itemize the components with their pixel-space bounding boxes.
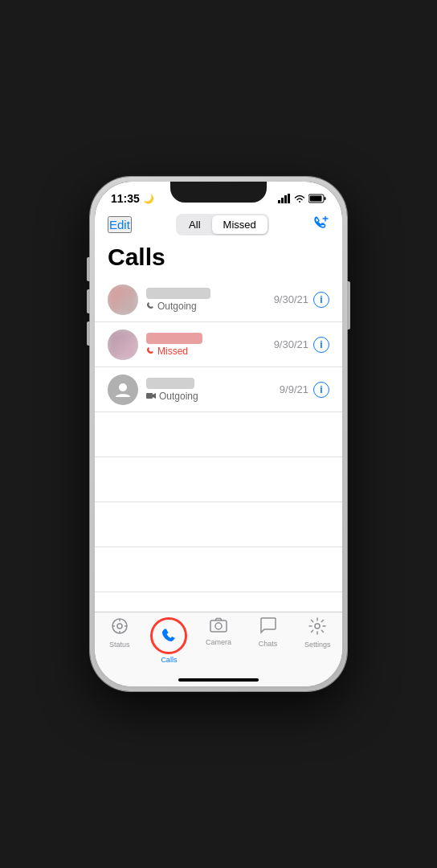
phone-frame: 11:35 🌙 — [90, 177, 347, 691]
mute-switch[interactable] — [87, 321, 90, 346]
info-button[interactable]: i — [313, 382, 329, 398]
tab-camera-label: Camera — [206, 638, 231, 646]
tab-status-label: Status — [109, 641, 130, 649]
call-info: Outgoing — [146, 288, 274, 312]
camera-svg-icon — [210, 617, 227, 633]
tab-chats[interactable]: Chats — [243, 617, 293, 664]
call-meta: 9/30/21 i — [274, 337, 329, 353]
calls-active-indicator — [150, 617, 187, 654]
phone-icon — [146, 301, 155, 310]
svg-rect-2 — [284, 195, 287, 203]
name-redacted — [146, 333, 202, 344]
battery-icon — [308, 194, 326, 203]
status-icon — [111, 617, 129, 639]
empty-row — [95, 457, 342, 502]
status-icons — [278, 194, 326, 203]
notch — [170, 182, 267, 203]
tab-settings[interactable]: Settings — [292, 617, 342, 664]
settings-icon — [308, 617, 326, 639]
volume-up-button[interactable] — [87, 257, 90, 281]
avatar — [108, 375, 138, 405]
call-type: Outgoing — [146, 391, 280, 402]
info-button[interactable]: i — [313, 292, 329, 308]
svg-point-16 — [215, 623, 222, 629]
volume-down-button[interactable] — [87, 289, 90, 313]
info-button[interactable]: i — [313, 337, 329, 353]
tab-calls[interactable]: Calls — [145, 617, 194, 664]
signal-icon — [278, 194, 291, 203]
svg-rect-0 — [278, 200, 280, 203]
svg-rect-6 — [310, 196, 322, 202]
empty-row — [95, 547, 342, 592]
call-item[interactable]: Outgoing 9/30/21 i — [95, 277, 342, 322]
chats-svg-icon — [259, 617, 277, 634]
empty-row — [95, 502, 342, 547]
add-call-button[interactable] — [313, 216, 329, 234]
page-title: Calls — [95, 240, 342, 277]
svg-point-7 — [119, 383, 127, 391]
call-name — [146, 333, 274, 344]
screen: 11:35 🌙 — [95, 182, 342, 686]
call-item[interactable]: Missed 9/30/21 i — [95, 322, 342, 367]
name-redacted — [146, 378, 194, 389]
svg-rect-3 — [288, 194, 290, 203]
svg-rect-5 — [325, 197, 326, 200]
edit-button[interactable]: Edit — [108, 216, 132, 233]
svg-rect-1 — [281, 198, 284, 203]
avatar — [108, 285, 138, 315]
call-meta: 9/30/21 i — [274, 292, 329, 308]
nav-bar: Edit All Missed — [95, 211, 342, 240]
segment-all[interactable]: All — [178, 215, 211, 234]
tab-calls-label: Calls — [161, 656, 177, 664]
avatar-image — [108, 330, 138, 360]
svg-point-17 — [315, 624, 320, 628]
phone-missed-icon — [146, 346, 155, 355]
chats-icon — [259, 617, 277, 638]
call-info: Missed — [146, 333, 274, 357]
add-call-icon — [313, 216, 329, 231]
segment-control: All Missed — [176, 214, 269, 235]
call-date: 9/9/21 — [280, 383, 308, 395]
call-date: 9/30/21 — [274, 293, 308, 305]
svg-rect-15 — [210, 620, 227, 632]
empty-row — [95, 412, 342, 457]
tab-bar: Status Calls — [95, 612, 342, 677]
call-list: Outgoing 9/30/21 i — [95, 277, 342, 612]
tab-settings-label: Settings — [304, 641, 331, 649]
segment-missed[interactable]: Missed — [212, 215, 268, 234]
wifi-icon — [294, 194, 305, 203]
call-meta: 9/9/21 i — [280, 382, 329, 398]
call-type: Missed — [146, 346, 274, 357]
calls-icon — [160, 627, 178, 645]
tab-camera[interactable]: Camera — [194, 617, 243, 664]
moon-icon: 🌙 — [143, 194, 154, 204]
status-svg-icon — [111, 617, 129, 635]
tab-status[interactable]: Status — [95, 617, 145, 664]
avatar-image — [108, 285, 138, 315]
video-icon — [146, 391, 157, 400]
call-item[interactable]: Outgoing 9/9/21 i — [95, 367, 342, 412]
person-icon — [114, 381, 132, 399]
call-date: 9/30/21 — [274, 338, 308, 350]
home-indicator-container — [95, 677, 342, 686]
name-redacted — [146, 288, 210, 299]
home-indicator — [178, 678, 259, 682]
call-type: Outgoing — [146, 301, 274, 312]
call-name — [146, 288, 274, 299]
svg-point-10 — [117, 624, 122, 628]
avatar-placeholder — [108, 375, 138, 405]
phone-inner: 11:35 🌙 — [95, 182, 342, 686]
power-button[interactable] — [347, 281, 350, 330]
tab-chats-label: Chats — [259, 640, 278, 648]
empty-row — [95, 592, 342, 612]
call-name — [146, 378, 280, 389]
svg-rect-8 — [146, 393, 153, 399]
status-time: 11:35 — [111, 192, 140, 205]
avatar — [108, 330, 138, 360]
call-info: Outgoing — [146, 378, 280, 402]
settings-svg-icon — [308, 617, 326, 635]
camera-icon — [210, 617, 227, 637]
